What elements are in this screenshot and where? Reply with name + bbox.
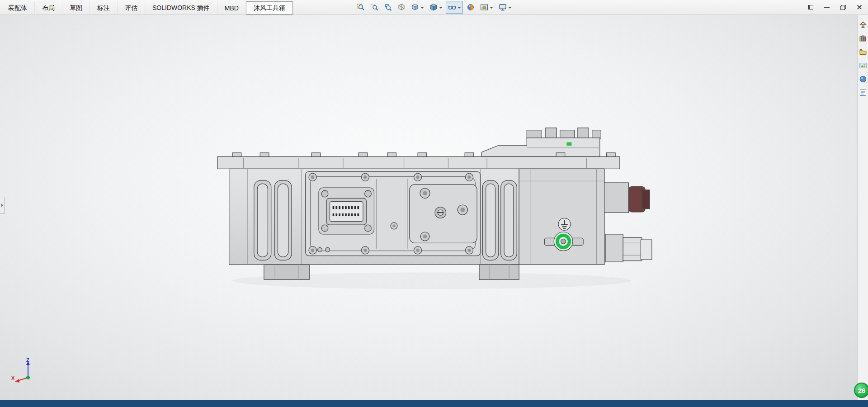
solidworks-window: 装配体 布局 草图 标注 评估 SOLIDWORKS 插件 MBD 沐风工具箱: [0, 0, 868, 407]
sphere-icon: [859, 75, 867, 83]
tab-mufeng-toolbox[interactable]: 沐风工具箱: [246, 1, 293, 14]
edit-appearance-button[interactable]: [464, 1, 476, 14]
chevron-down-icon[interactable]: [490, 7, 493, 9]
glasses-icon: [448, 3, 456, 11]
magnifier-back-icon: [384, 3, 392, 11]
triad-x-label: X: [11, 375, 15, 381]
palette-icon: [859, 62, 867, 70]
zoom-to-area-button[interactable]: [368, 1, 380, 14]
close-icon: [857, 5, 862, 10]
view-settings-button[interactable]: [496, 1, 514, 14]
tab-annotation[interactable]: 标注: [90, 1, 117, 14]
minimize-icon: [824, 7, 830, 8]
restore-icon: [840, 5, 846, 10]
expand-arrow-icon: [1, 204, 3, 207]
graphics-area[interactable]: Z X: [0, 15, 857, 400]
model-3d-view[interactable]: [0, 15, 857, 400]
home-icon: [859, 21, 867, 29]
task-pane-strip: [857, 15, 868, 400]
display-style-button[interactable]: [427, 1, 444, 14]
notification-badge[interactable]: 26: [854, 383, 868, 398]
ribbon-tabs: 装配体 布局 草图 标注 评估 SOLIDWORKS 插件 MBD 沐风工具箱: [1, 1, 293, 14]
magnifier-area-icon: [370, 3, 378, 11]
section-cube-icon: [397, 3, 406, 11]
section-view-button[interactable]: [395, 1, 407, 14]
solidworks-resources-button[interactable]: [859, 20, 868, 29]
view-orientation-button[interactable]: [409, 1, 426, 14]
folder-icon: [859, 48, 867, 56]
zoom-to-fit-button[interactable]: [354, 1, 367, 14]
appearance-ball-icon: [467, 3, 475, 11]
library-icon: [859, 34, 867, 43]
top-toolbar: 装配体 布局 草图 标注 评估 SOLIDWORKS 插件 MBD 沐风工具箱: [0, 0, 868, 15]
apply-scene-button[interactable]: [478, 1, 495, 14]
orientation-triad: Z X: [11, 357, 38, 383]
appearances-scenes-button[interactable]: [859, 75, 868, 84]
tab-layout[interactable]: 布局: [34, 1, 62, 14]
chevron-down-icon[interactable]: [458, 7, 461, 9]
hide-show-items-button[interactable]: [446, 1, 463, 14]
tab-assembly[interactable]: 装配体: [1, 1, 34, 14]
restore-button[interactable]: [838, 2, 848, 12]
heads-up-view-toolbar: [354, 1, 514, 14]
tab-sketch[interactable]: 草图: [62, 1, 90, 14]
status-bar: [0, 400, 868, 407]
tab-evaluate[interactable]: 评估: [117, 1, 145, 14]
minimize-button[interactable]: [822, 2, 832, 12]
design-library-button[interactable]: [859, 34, 868, 43]
magnifier-fit-icon: [357, 3, 365, 11]
view-palette-button[interactable]: [859, 61, 868, 70]
tab-mbd[interactable]: MBD: [217, 1, 246, 14]
dock-pane-icon: [808, 5, 813, 9]
chevron-down-icon[interactable]: [420, 7, 424, 9]
chevron-down-icon[interactable]: [439, 7, 443, 9]
scene-icon: [480, 3, 488, 11]
dock-pane-button[interactable]: [806, 2, 816, 12]
chevron-down-icon[interactable]: [508, 7, 512, 9]
close-button[interactable]: [854, 2, 864, 12]
window-controls: [806, 2, 864, 12]
shaded-cube-icon: [429, 3, 438, 11]
previous-view-button[interactable]: [382, 1, 394, 14]
featuremanager-flyout-tab[interactable]: [0, 197, 5, 214]
custom-properties-button[interactable]: [859, 88, 868, 97]
properties-icon: [859, 89, 867, 97]
tab-solidworks-addins[interactable]: SOLIDWORKS 插件: [145, 1, 217, 14]
file-explorer-button[interactable]: [859, 47, 868, 57]
monitor-icon: [499, 3, 507, 11]
orientation-cube-icon: [411, 3, 419, 11]
